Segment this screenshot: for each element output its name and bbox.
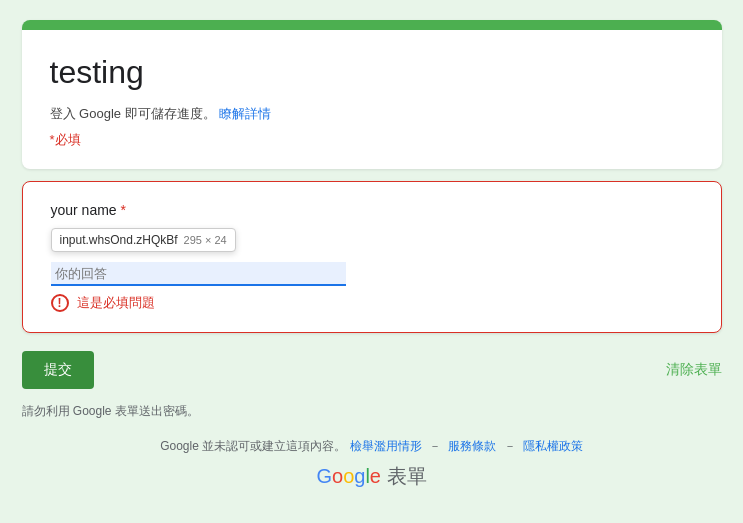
tooltip-box: input.whsOnd.zHQkBf 295 × 24	[51, 228, 236, 252]
error-icon-symbol: !	[58, 296, 62, 310]
question-label: your name *	[51, 202, 693, 218]
privacy-link[interactable]: 隱私權政策	[523, 439, 583, 453]
warning-text: 請勿利用 Google 表單送出密碼。	[22, 403, 722, 420]
error-text: 這是必填問題	[77, 294, 155, 312]
form-title: testing	[50, 54, 694, 91]
error-row: ! 這是必填問題	[51, 294, 693, 312]
error-icon: !	[51, 294, 69, 312]
page-container: testing 登入 Google 即可儲存進度。 瞭解詳情 *必填 your …	[22, 20, 722, 490]
required-note: *必填	[50, 131, 694, 149]
separator-2: －	[504, 439, 516, 453]
tooltip-container: input.whsOnd.zHQkBf 295 × 24	[51, 228, 236, 252]
g-letter-1: G	[316, 465, 332, 487]
sign-in-static-text: 登入 Google 即可儲存進度。	[50, 106, 216, 121]
abuse-link[interactable]: 檢舉濫用情形	[350, 439, 422, 453]
sign-in-link[interactable]: 瞭解詳情	[219, 106, 271, 121]
submit-button[interactable]: 提交	[22, 351, 94, 389]
separator-1: －	[429, 439, 441, 453]
footer-links: Google 並未認可或建立這項內容。 檢舉濫用情形 － 服務條款 － 隱私權政…	[22, 438, 722, 455]
terms-link[interactable]: 服務條款	[448, 439, 496, 453]
required-star: *	[121, 202, 126, 218]
footer: Google 並未認可或建立這項內容。 檢舉濫用情形 － 服務條款 － 隱私權政…	[22, 438, 722, 490]
clear-button[interactable]: 清除表單	[666, 361, 722, 379]
tooltip-size: 295 × 24	[184, 234, 227, 246]
google-forms-logo: Google 表單	[22, 463, 722, 490]
your-name-input[interactable]	[51, 262, 346, 286]
bottom-row: 提交 清除表單	[22, 351, 722, 389]
google-logo-text: Google	[316, 465, 386, 487]
g-letter-2: o	[332, 465, 343, 487]
text-input-wrapper	[51, 262, 693, 286]
question-label-text: your name	[51, 202, 117, 218]
forms-text: 表單	[387, 465, 427, 487]
g-letter-4: g	[354, 465, 365, 487]
g-letter-3: o	[343, 465, 354, 487]
footer-disclaimer: Google 並未認可或建立這項內容。	[160, 439, 346, 453]
sign-in-text: 登入 Google 即可儲存進度。 瞭解詳情	[50, 105, 694, 123]
g-letter-6: e	[370, 465, 381, 487]
tooltip-class-name: input.whsOnd.zHQkBf	[60, 233, 178, 247]
top-card: testing 登入 Google 即可儲存進度。 瞭解詳情 *必填	[22, 20, 722, 169]
question-card: your name * input.whsOnd.zHQkBf 295 × 24…	[22, 181, 722, 333]
